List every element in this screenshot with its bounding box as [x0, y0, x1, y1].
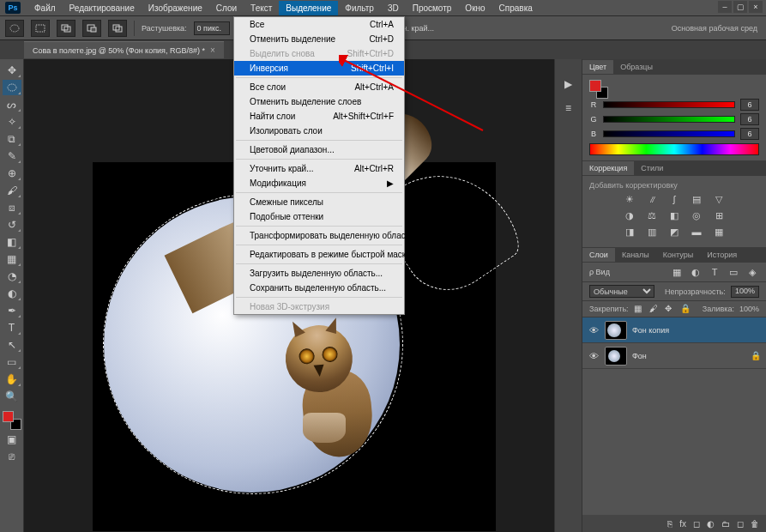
layer-name[interactable]: Фон копия — [632, 326, 761, 335]
menu-item[interactable]: Отменить выделениеCtrl+D — [234, 32, 404, 46]
menu-select[interactable]: Выделение — [279, 1, 338, 15]
foreground-color-swatch[interactable] — [3, 411, 14, 422]
tab-swatches[interactable]: Образцы — [613, 60, 660, 74]
properties-icon[interactable]: ≡ — [559, 100, 578, 116]
blur-tool[interactable]: ◔ — [3, 269, 21, 284]
visibility-icon[interactable]: 👁 — [588, 351, 600, 361]
pen-tool[interactable]: ✒ — [3, 303, 21, 318]
gradient-tool[interactable]: ▦ — [3, 251, 21, 267]
menu-help[interactable]: Справка — [492, 1, 540, 15]
selective-color-icon[interactable]: ▦ — [712, 226, 726, 238]
fill-value[interactable]: 100% — [739, 305, 759, 313]
threshold-icon[interactable]: ◩ — [667, 226, 681, 238]
menu-layer[interactable]: Слои — [209, 1, 244, 15]
tab-channels[interactable]: Каналы — [615, 248, 656, 262]
healing-brush-tool[interactable]: ⊕ — [3, 166, 21, 181]
lock-pixels-icon[interactable]: 🖌 — [649, 304, 660, 314]
menu-item[interactable]: Смежные пикселы — [234, 195, 404, 209]
history-brush-tool[interactable]: ↺ — [3, 217, 21, 233]
close-button[interactable]: × — [749, 1, 763, 13]
zoom-tool[interactable]: 🔍 — [3, 389, 21, 404]
filter-smart-icon[interactable]: ◈ — [745, 266, 759, 278]
menu-window[interactable]: Окно — [458, 1, 492, 15]
posterize-icon[interactable]: ▥ — [645, 226, 659, 238]
selection-subtract-icon[interactable] — [82, 20, 101, 37]
blend-mode-select[interactable]: Обычные — [589, 285, 654, 298]
menu-item[interactable]: Модификация▶ — [234, 176, 404, 190]
b-slider[interactable] — [603, 130, 735, 137]
menu-item[interactable]: ИнверсияShift+Ctrl+I — [234, 61, 404, 76]
lock-position-icon[interactable]: ✥ — [665, 304, 675, 314]
layer-thumbnail[interactable] — [605, 321, 627, 340]
menu-item[interactable]: Загрузить выделенную область... — [234, 266, 404, 281]
selection-intersect-icon[interactable] — [108, 20, 127, 37]
eraser-tool[interactable]: ◧ — [3, 234, 21, 250]
menu-item[interactable]: Найти слоиAlt+Shift+Ctrl+F — [234, 109, 404, 124]
menu-view[interactable]: Просмотр — [406, 1, 459, 15]
clone-stamp-tool[interactable]: ⧇ — [3, 200, 21, 215]
shape-tool[interactable]: ▭ — [3, 354, 21, 370]
feather-input[interactable] — [194, 21, 230, 35]
hue-icon[interactable]: ◑ — [623, 209, 636, 221]
hand-tool[interactable]: ✋ — [3, 372, 21, 387]
menu-item[interactable]: Изолировать слои — [234, 124, 404, 138]
channel-mixer-icon[interactable]: ⊞ — [712, 209, 726, 221]
tab-layers[interactable]: Слои — [582, 248, 615, 262]
menu-item[interactable]: Редактировать в режиме быстрой маски — [234, 247, 404, 262]
eyedropper-tool[interactable]: ✎ — [3, 148, 21, 164]
tab-color[interactable]: Цвет — [582, 60, 613, 74]
crop-tool[interactable]: ⧉ — [3, 131, 21, 147]
delete-layer-icon[interactable]: 🗑 — [751, 519, 759, 529]
invert-icon[interactable]: ◨ — [623, 226, 636, 238]
opacity-value[interactable]: 100% — [731, 286, 759, 298]
vibrance-icon[interactable]: ▽ — [712, 193, 726, 205]
close-tab-icon[interactable]: × — [210, 45, 215, 55]
menu-image[interactable]: Изображение — [142, 1, 209, 15]
visibility-icon[interactable]: 👁 — [588, 325, 600, 336]
color-swatches-small[interactable] — [589, 80, 608, 99]
menu-item[interactable]: Трансформировать выделенную область — [234, 228, 404, 243]
menu-item[interactable]: Цветовой диапазон... — [234, 142, 404, 157]
tab-history[interactable]: История — [700, 248, 744, 262]
minimize-button[interactable]: – — [718, 1, 732, 13]
layer-mask-icon[interactable]: ◻ — [693, 519, 700, 529]
color-balance-icon[interactable]: ⚖ — [645, 209, 659, 221]
menu-3d[interactable]: 3D — [381, 1, 406, 15]
tab-adjustments[interactable]: Коррекция — [582, 161, 634, 175]
layer-name[interactable]: Фон — [632, 352, 745, 360]
layer-style-icon[interactable]: fx — [679, 519, 686, 529]
menu-item[interactable]: Все слоиAlt+Ctrl+A — [234, 80, 404, 94]
new-group-icon[interactable]: 🗀 — [721, 519, 730, 529]
path-selection-tool[interactable]: ↖ — [3, 337, 21, 353]
layer-row[interactable]: 👁 Фон копия — [582, 317, 766, 343]
photo-filter-icon[interactable]: ◎ — [690, 209, 703, 221]
screenmode-toggle[interactable]: ⎚ — [3, 449, 21, 464]
g-value[interactable]: 6 — [740, 113, 759, 125]
menu-item[interactable]: Отменить выделение слоев — [234, 94, 404, 109]
lasso-tool[interactable]: ᔕ — [3, 97, 21, 112]
workspace-switcher[interactable]: Основная рабочая сред — [672, 24, 757, 33]
filter-adj-icon[interactable]: ◐ — [689, 266, 703, 278]
menu-file[interactable]: Файл — [27, 1, 63, 15]
tab-paths[interactable]: Контуры — [656, 248, 700, 262]
dodge-tool[interactable]: ◐ — [3, 286, 21, 301]
link-layers-icon[interactable]: ⎘ — [667, 519, 673, 529]
menu-item[interactable]: Сохранить выделенную область... — [234, 281, 404, 295]
marquee-tool[interactable] — [3, 80, 21, 95]
quickmask-toggle[interactable]: ▣ — [3, 432, 21, 447]
tool-preset-icon[interactable] — [5, 20, 24, 37]
r-slider[interactable] — [603, 101, 735, 108]
layer-row[interactable]: 👁 Фон 🔒 — [582, 343, 766, 369]
brush-tool[interactable]: 🖌 — [3, 183, 21, 198]
gradient-map-icon[interactable]: ▬ — [690, 226, 703, 238]
menu-item[interactable]: ВсеCtrl+A — [234, 17, 404, 32]
play-icon[interactable]: ▶ — [559, 76, 578, 92]
menu-edit[interactable]: Редактирование — [63, 1, 142, 15]
new-adjustment-icon[interactable]: ◐ — [707, 519, 715, 529]
filter-pixel-icon[interactable]: ▦ — [670, 266, 684, 278]
brightness-icon[interactable]: ☀ — [623, 193, 636, 205]
spectrum-ramp[interactable] — [589, 143, 759, 155]
layer-thumbnail[interactable] — [605, 347, 627, 366]
type-tool[interactable]: T — [3, 320, 21, 336]
g-slider[interactable] — [603, 116, 735, 123]
